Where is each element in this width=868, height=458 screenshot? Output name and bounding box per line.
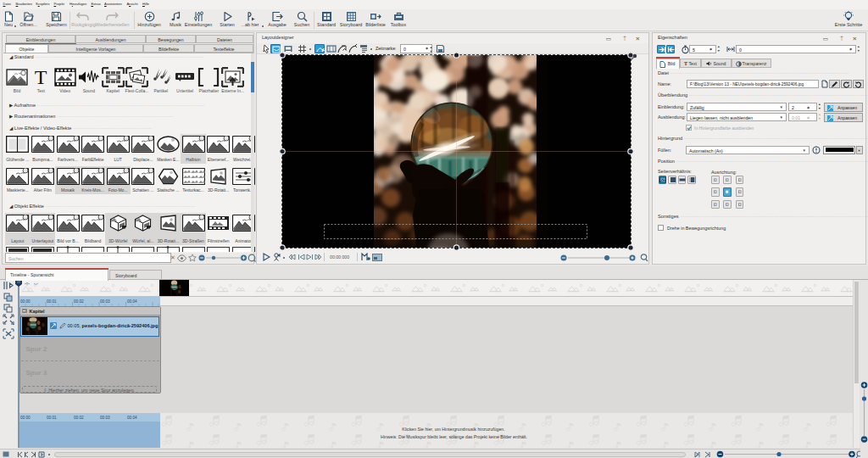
svg-text:T: T [35,68,47,87]
